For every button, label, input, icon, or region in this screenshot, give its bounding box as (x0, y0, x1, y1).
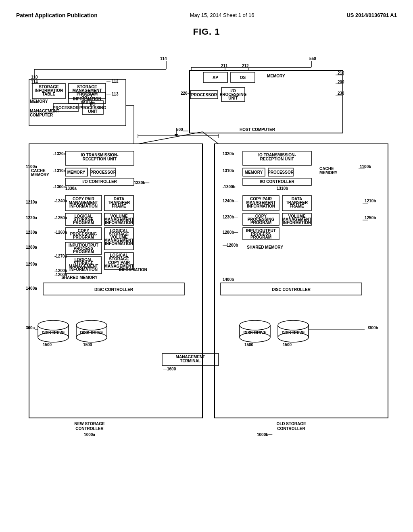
svg-text:PROGRAM: PROGRAM (73, 220, 94, 225)
svg-text:TABLE: TABLE (81, 100, 94, 105)
svg-text:1310b: 1310b (277, 186, 288, 191)
svg-text:MEMORY: MEMORY (30, 99, 48, 104)
svg-text:INFORMATION: INFORMATION (119, 268, 147, 272)
svg-text:INFORMATION: INFORMATION (69, 204, 98, 208)
svg-text:DISK DRIVE: DISK DRIVE (243, 330, 267, 335)
svg-text:-1300b: -1300b (223, 185, 236, 189)
svg-text:DISK DRIVE: DISK DRIVE (42, 330, 65, 335)
svg-text:1290a: 1290a (26, 262, 37, 266)
svg-text:1500: 1500 (83, 343, 92, 347)
svg-line-230 (138, 132, 202, 144)
svg-text:1400a: 1400a (26, 286, 37, 291)
svg-text:DISK DRIVE: DISK DRIVE (80, 330, 103, 335)
svg-text:1100b: 1100b (360, 164, 371, 169)
svg-text:1500: 1500 (244, 343, 254, 347)
svg-text:—1600: —1600 (163, 367, 176, 371)
figure-title: FIG. 1 (16, 27, 397, 37)
svg-text:I/O CONTROLLER: I/O CONTROLLER (260, 179, 294, 184)
svg-rect-32 (190, 71, 343, 133)
svg-text:-1240a: -1240a (54, 199, 67, 203)
svg-text:—1200b: —1200b (223, 243, 238, 247)
svg-point-205 (240, 320, 270, 330)
svg-text:1400b: 1400b (223, 277, 234, 282)
svg-text:MEMORY: MEMORY (319, 170, 338, 175)
svg-text:212: 212 (242, 64, 249, 68)
svg-text:-1310a: -1310a (53, 168, 66, 173)
svg-text:PROCESSOR: PROCESSOR (191, 93, 217, 97)
svg-text:AP: AP (213, 75, 218, 80)
svg-text:-1200b: -1200b (54, 268, 67, 273)
svg-text:— 112: — 112 (106, 79, 119, 83)
svg-rect-66 (215, 144, 388, 418)
svg-text:500: 500 (176, 127, 183, 132)
svg-text:1500: 1500 (283, 343, 292, 347)
svg-text:OS: OS (240, 75, 246, 80)
svg-text:HOST COMPUTER: HOST COMPUTER (240, 127, 275, 132)
svg-text:MEMORY: MEMORY (245, 170, 263, 175)
svg-text:1330a: 1330a (65, 186, 77, 191)
svg-text:FRAME: FRAME (112, 204, 126, 208)
svg-text:DISK DRIVE: DISK DRIVE (282, 330, 305, 335)
svg-text:1240b—: 1240b— (223, 199, 238, 203)
svg-text:1250b: 1250b (365, 216, 376, 220)
svg-text:210: 210 (338, 71, 344, 75)
svg-text:1210a: 1210a (26, 200, 37, 204)
header-publication: Patent Application Publication (16, 12, 98, 19)
svg-text:1320b: 1320b (223, 152, 234, 156)
svg-text:114: 114 (160, 56, 167, 61)
svg-text:PROCESSOR: PROCESSOR (90, 170, 117, 175)
svg-text:DISC CONTROLLER: DISC CONTROLLER (272, 287, 311, 292)
svg-text:1280b—: 1280b— (223, 230, 238, 235)
svg-text:UNIT: UNIT (88, 109, 97, 114)
svg-text:1230a: 1230a (26, 230, 37, 235)
svg-text:1330b—: 1330b— (134, 181, 149, 185)
svg-text:PROGRAM: PROGRAM (250, 235, 271, 239)
svg-text:-1250a: -1250a (54, 216, 67, 220)
svg-point-147 (76, 320, 107, 330)
svg-text:PROCESSOR: PROCESSOR (53, 106, 79, 110)
svg-text:PROCESSOR: PROCESSOR (268, 170, 294, 175)
diagram: MANAGEMENT COMPUTER 110 PROCESSOR I/O PR… (17, 43, 396, 486)
svg-text:-1320a: -1320a (53, 152, 66, 156)
svg-text:200: 200 (338, 80, 344, 84)
svg-text:INFORMATION: INFORMATION (247, 204, 275, 208)
svg-text:CONTROLLER: CONTROLLER (75, 426, 104, 431)
svg-text:— 113: — 113 (106, 92, 119, 96)
svg-text:-1300a: -1300a (53, 185, 66, 189)
header-patent-number: US 2014/0136781 A1 (346, 12, 397, 18)
svg-text:RECEPTION UNIT: RECEPTION UNIT (260, 157, 294, 161)
svg-text:/300b: /300b (368, 326, 378, 330)
svg-text:PROGRAM: PROGRAM (73, 249, 94, 254)
svg-text:-1260a: -1260a (54, 230, 67, 235)
svg-text:DISC CONTROLLER: DISC CONTROLLER (94, 287, 133, 292)
svg-text:PROGRAM: PROGRAM (73, 235, 94, 239)
svg-text:MEMORY: MEMORY (267, 74, 285, 78)
svg-text:230: 230 (338, 91, 344, 96)
svg-text:INFORMATION: INFORMATION (69, 267, 98, 272)
svg-text:211: 211 (221, 64, 228, 68)
svg-text:MEMORY: MEMORY (31, 172, 49, 177)
svg-text:SHARED MEMORY: SHARED MEMORY (247, 245, 283, 249)
svg-point-142 (38, 320, 69, 330)
svg-text:-1200a: -1200a (54, 272, 67, 277)
svg-text:INFORMATION: INFORMATION (283, 220, 311, 225)
svg-text:FRAME: FRAME (290, 204, 304, 208)
svg-text:RECEPTION UNIT: RECEPTION UNIT (83, 157, 117, 161)
svg-text:MEMORY: MEMORY (67, 170, 86, 175)
svg-text:NEW STORAGE: NEW STORAGE (74, 422, 105, 426)
svg-text:I/O CONTROLLER: I/O CONTROLLER (82, 179, 117, 184)
svg-text:220—: 220— (181, 91, 192, 96)
svg-text:INFORMATION: INFORMATION (105, 220, 133, 225)
svg-text:UNIT: UNIT (228, 96, 238, 100)
svg-text:1280a: 1280a (26, 245, 37, 249)
svg-line-231 (202, 132, 219, 144)
svg-text:1210b: 1210b (365, 199, 376, 203)
svg-text:TABLE: TABLE (42, 92, 56, 96)
svg-point-210 (278, 320, 309, 330)
svg-text:1230b—: 1230b— (223, 215, 238, 219)
svg-text:1500: 1500 (43, 343, 52, 347)
svg-text:1100a: 1100a (26, 164, 37, 169)
svg-text:CONTROLLER: CONTROLLER (277, 426, 305, 431)
svg-text:300a: 300a (26, 326, 35, 330)
svg-text:COMPUTER: COMPUTER (30, 113, 53, 117)
